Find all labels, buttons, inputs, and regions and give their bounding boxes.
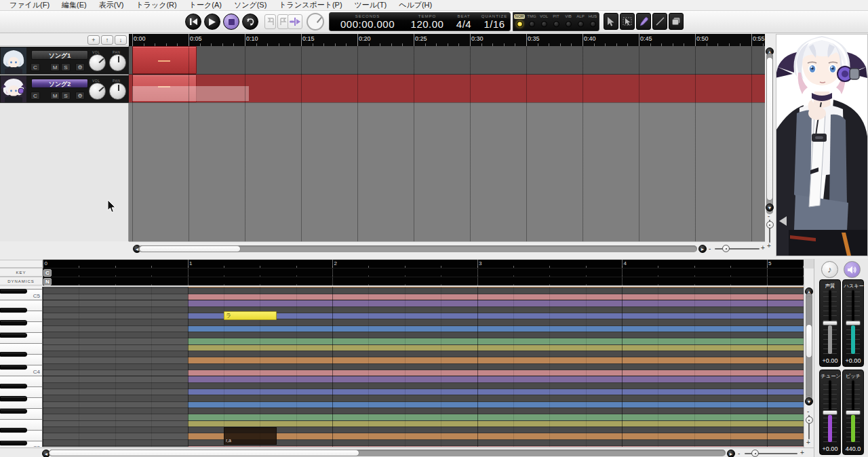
line-tool-button[interactable] xyxy=(652,13,667,30)
note-circle-button[interactable]: ♪ xyxy=(821,261,838,278)
go-to-start-button[interactable] xyxy=(185,14,201,30)
piano-hscroll-thumb[interactable] xyxy=(49,450,359,456)
fader-handle[interactable] xyxy=(823,321,837,325)
black-key[interactable] xyxy=(0,396,27,401)
pitch-row-fs[interactable] xyxy=(43,332,804,338)
collapse-character-panel-button[interactable] xyxy=(779,216,787,226)
move-track-up-button[interactable]: ↑ xyxy=(101,35,113,45)
arrange-lanes[interactable] xyxy=(129,46,765,241)
arrange-vzoom-handle[interactable] xyxy=(766,221,774,228)
note-ra[interactable]: ラ xyxy=(224,311,277,320)
track2-c-button[interactable]: C xyxy=(31,92,40,100)
pitch-row-g[interactable] xyxy=(43,326,804,332)
fader-voice-quality[interactable] xyxy=(823,290,837,354)
param-toggle-vol[interactable]: VOL xyxy=(538,13,550,31)
slider-voice-quality[interactable]: 声質 +0.00 xyxy=(819,279,841,367)
pitch-row-b[interactable] xyxy=(43,300,804,306)
arrange-zoom-handle[interactable] xyxy=(722,245,730,252)
track1-c-button[interactable]: C xyxy=(31,63,40,71)
vzoom-in-label[interactable]: + xyxy=(806,439,810,446)
phoneme-box[interactable]: r,a xyxy=(224,427,277,445)
menu-transport[interactable]: トランスポート(P) xyxy=(273,0,348,10)
vzoom-in-label[interactable]: + xyxy=(767,243,771,250)
menu-track[interactable]: トラック(R) xyxy=(130,0,182,10)
arrange-hscroll-thumb[interactable] xyxy=(139,245,241,252)
loop-start-flag-button[interactable] xyxy=(264,14,276,29)
track1-clip[interactable] xyxy=(132,46,197,74)
menu-edit[interactable]: 編集(E) xyxy=(56,0,93,10)
param-toggle-vib[interactable]: VIB xyxy=(562,13,574,31)
pitch-row-f[interactable] xyxy=(43,414,804,420)
pitch-row-as[interactable] xyxy=(43,307,804,313)
piano-roll-grid[interactable]: ラ r,a xyxy=(43,287,804,447)
pitch-row-cs[interactable] xyxy=(43,288,804,294)
track1-settings-button[interactable]: ⚙ xyxy=(75,63,85,71)
scroll-right-button[interactable]: ► xyxy=(698,245,707,253)
loop-button[interactable] xyxy=(242,14,258,30)
scroll-down-button[interactable]: ▼ xyxy=(805,397,813,405)
pitch-row-c[interactable] xyxy=(43,446,804,447)
black-key[interactable] xyxy=(0,365,27,370)
black-key[interactable] xyxy=(0,441,27,445)
arrange-zoom-slider[interactable] xyxy=(715,248,760,250)
pitch-row-c[interactable] xyxy=(43,294,804,300)
track1-mute-button[interactable]: M xyxy=(50,63,60,71)
vzoom-out-label[interactable]: - xyxy=(807,408,809,415)
param-toggle-nor[interactable]: NOR xyxy=(513,13,526,31)
pitch-row-gs[interactable] xyxy=(43,319,804,325)
pitch-row-e[interactable] xyxy=(43,421,804,427)
menu-file[interactable]: ファイル(F) xyxy=(3,0,56,10)
track1-vol-knob[interactable] xyxy=(89,54,106,71)
pitch-row-fs[interactable] xyxy=(43,408,804,414)
pen-tool-button[interactable] xyxy=(636,13,651,30)
slider-pitch[interactable]: ピッチ 440.0 xyxy=(842,370,864,455)
key-signature-marker[interactable]: C xyxy=(43,269,52,277)
pitch-row-a[interactable] xyxy=(43,389,804,395)
pitch-row-c[interactable] xyxy=(43,370,804,376)
black-key[interactable] xyxy=(0,409,27,414)
piano-zoom-handle[interactable] xyxy=(751,450,759,457)
slider-husky[interactable]: ハスキー +0.00 xyxy=(842,279,864,367)
pitch-row-gs[interactable] xyxy=(43,395,804,401)
track2-settings-button[interactable]: ⚙ xyxy=(75,92,85,100)
pitch-row-cs[interactable] xyxy=(43,364,804,370)
fader-husky[interactable] xyxy=(846,290,860,354)
param-toggle-tmg[interactable]: TMG xyxy=(526,13,538,31)
pitch-row-d[interactable] xyxy=(43,433,804,439)
track2-vol-knob[interactable] xyxy=(89,83,106,100)
dynamics-marker[interactable]: N xyxy=(43,278,52,285)
track-row-song1[interactable]: ソング1 C M S ⚙ VOL PAN xyxy=(0,47,129,75)
tempo-gauge[interactable] xyxy=(307,13,324,31)
track1-solo-button[interactable]: S xyxy=(61,63,71,71)
zoom-out-label[interactable]: - xyxy=(709,245,711,252)
pitch-row-f[interactable] xyxy=(43,338,804,344)
zoom-in-label[interactable]: + xyxy=(761,245,765,252)
move-track-down-button[interactable]: ↓ xyxy=(115,35,127,45)
scroll-right-button[interactable]: ► xyxy=(727,450,735,457)
track1-name[interactable]: ソング1 xyxy=(31,50,88,60)
black-key[interactable] xyxy=(0,333,27,338)
play-button[interactable] xyxy=(204,14,220,30)
black-key[interactable] xyxy=(0,289,27,294)
black-key[interactable] xyxy=(0,352,27,357)
track2-mute-button[interactable]: M xyxy=(50,92,60,100)
menu-talk[interactable]: トーク(A) xyxy=(183,0,228,10)
stop-button[interactable] xyxy=(223,14,239,30)
vzoom-out-label[interactable]: - xyxy=(768,213,770,220)
pitch-row-as[interactable] xyxy=(43,383,804,389)
track-row-song2[interactable]: ソング2 C M S ⚙ VOL PAN xyxy=(0,75,129,103)
arrange-time-ruler[interactable]: 0:000:050:100:150:200:250:300:350:400:45… xyxy=(129,34,765,46)
black-key[interactable] xyxy=(0,320,27,325)
pitch-row-ds[interactable] xyxy=(43,351,804,357)
fader-tune[interactable] xyxy=(823,380,837,442)
param-toggle-pit[interactable]: PIT xyxy=(550,13,562,31)
pitch-row-cs[interactable] xyxy=(43,440,804,446)
menu-tool[interactable]: ツール(T) xyxy=(349,0,393,10)
add-track-button[interactable]: + xyxy=(87,35,100,45)
fader-handle[interactable] xyxy=(846,321,861,325)
piano-vscroll-thumb-grip[interactable] xyxy=(806,324,812,358)
stamp-tool-button[interactable] xyxy=(669,13,684,30)
select-tool-button[interactable] xyxy=(604,13,618,30)
black-key[interactable] xyxy=(0,428,27,433)
track2-name[interactable]: ソング2 xyxy=(31,79,88,88)
